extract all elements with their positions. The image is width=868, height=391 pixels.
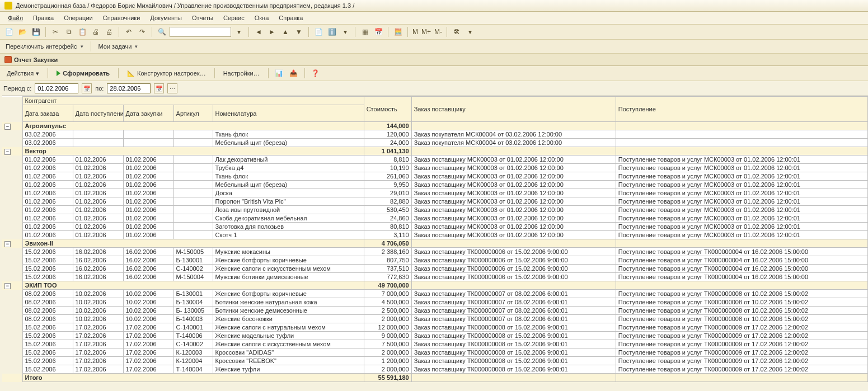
document-tab[interactable]: Отчет Закупки [0, 54, 868, 66]
period-to-input[interactable] [107, 83, 151, 93]
print-icon[interactable]: 🖨 [90, 26, 101, 37]
calendar-from-icon[interactable]: 📅 [82, 83, 92, 93]
memory-m-plus[interactable]: М+ [421, 26, 431, 37]
col-purchase-date[interactable]: Дата закупки [123, 105, 173, 122]
menu-file[interactable]: Файл [3, 13, 27, 22]
table-row[interactable]: 01.02.200601.02.200601.02.2006Скоба деко… [2, 214, 868, 223]
settings-constructor-button[interactable]: 📐 Конструктор настроек… [124, 69, 209, 78]
arrow-right-icon[interactable]: ► [266, 26, 278, 37]
table-row[interactable]: 03.02.2006Мебельный щит (береза)24,000За… [2, 139, 868, 147]
group-row[interactable]: −Агроимпульс144,000 [2, 122, 868, 130]
help-icon[interactable]: ❓ [310, 68, 321, 79]
col-order-date[interactable]: Дата заказа [22, 105, 73, 122]
search-icon[interactable]: 🔍 [156, 26, 167, 37]
table-row[interactable]: 01.02.200601.02.200601.02.2006Заготовка … [2, 223, 868, 231]
collapse-icon[interactable]: − [4, 283, 11, 289]
actions-button[interactable]: Действия▾ [3, 69, 43, 78]
collapse-icon[interactable]: − [4, 124, 11, 130]
table-row[interactable]: 15.02.200616.02.200616.02.2006М-150005Му… [2, 248, 868, 256]
col-kontragent[interactable]: Контрагент [22, 97, 364, 105]
calendar-to-icon[interactable]: 📅 [154, 83, 164, 93]
table-row[interactable]: 15.02.200617.02.200617.02.2006Т-140006Же… [2, 332, 868, 340]
period-from-input[interactable] [35, 83, 78, 93]
arrow-up-icon[interactable]: ▲ [280, 26, 291, 37]
switch-interface-button[interactable]: Переключить интерфейс▾ [3, 43, 86, 50]
col-supplier-order[interactable]: Заказ поставщику [411, 97, 616, 122]
chart-icon[interactable]: 📊 [274, 68, 285, 79]
table-row[interactable]: 01.02.200601.02.200601.02.2006Ткань флок… [2, 172, 868, 181]
search-input[interactable] [170, 27, 231, 37]
toolbar-separator [407, 27, 408, 37]
paste-icon[interactable]: 📋 [77, 26, 88, 37]
col-receipt[interactable]: Поступление [616, 97, 867, 122]
calendar-icon[interactable]: 📅 [373, 26, 384, 37]
group-row[interactable]: −Эвихон-II4 706,050 [2, 239, 868, 248]
table-row[interactable]: 15.02.200617.02.200617.02.2006С-140001Же… [2, 323, 868, 332]
my-tasks-button[interactable]: Мои задачи▾ [96, 43, 140, 50]
redo-icon[interactable]: ↷ [137, 26, 148, 37]
col-cost[interactable]: Стоимость [364, 97, 411, 122]
group-row[interactable]: −ЭКИП ТОО49 700,000 [2, 281, 868, 290]
collapse-icon[interactable]: − [4, 241, 11, 247]
toolbar-separator [447, 27, 447, 37]
open-icon[interactable]: 📂 [17, 26, 28, 37]
copy-icon[interactable]: ⧉ [63, 26, 74, 37]
generate-button[interactable]: Сформировать [53, 69, 113, 78]
toolbar-separator [48, 68, 48, 78]
menu-reports[interactable]: Отчеты [187, 13, 218, 22]
table-row[interactable]: 15.02.200617.02.200617.02.2006К-120004Кр… [2, 357, 868, 365]
calculator-icon[interactable]: 🧮 [392, 26, 403, 37]
menu-help[interactable]: Справка [274, 13, 307, 22]
print-preview-icon[interactable]: 🖨 [104, 26, 115, 37]
col-arrival-date[interactable]: Дата поступления [73, 105, 123, 122]
table-row[interactable]: 01.02.200601.02.200601.02.2006Лак декора… [2, 156, 868, 164]
table-row[interactable]: 15.02.200617.02.200617.02.2006К-120003Кр… [2, 348, 868, 357]
table-row[interactable]: 15.02.200617.02.200617.02.2006С-140002Же… [2, 340, 868, 348]
table-row[interactable]: 01.02.200601.02.200601.02.2006Лоза ивы п… [2, 206, 868, 214]
collapse-icon[interactable]: − [4, 149, 11, 155]
table-row[interactable]: 01.02.200601.02.200601.02.2006Доска29,01… [2, 189, 868, 197]
dropdown-icon[interactable]: ▾ [465, 26, 476, 37]
grid-icon[interactable]: ▦ [359, 26, 370, 37]
col-artikul[interactable]: Артикул [173, 105, 213, 122]
undo-icon[interactable]: ↶ [123, 26, 134, 37]
menu-service[interactable]: Сервис [219, 13, 249, 22]
memory-m[interactable]: М [412, 26, 419, 37]
menu-windows[interactable]: Окна [250, 13, 274, 22]
arrow-down-icon[interactable]: ▼ [293, 26, 304, 37]
settings-button[interactable]: Настройки… [220, 69, 263, 78]
toolbar-separator [119, 27, 119, 37]
new-icon[interactable]: 📄 [3, 26, 15, 37]
toolbar-separator [91, 41, 91, 51]
memory-m-minus[interactable]: М- [434, 26, 443, 37]
table-row[interactable]: 15.02.200616.02.200616.02.2006Б-130001Же… [2, 256, 868, 265]
table-row[interactable]: 01.02.200601.02.200601.02.2006Поропон "B… [2, 197, 868, 206]
group-row[interactable]: −Вектор1 041,130 [2, 147, 868, 156]
period-picker-icon[interactable]: ⋯ [167, 83, 177, 93]
search-dropdown-icon[interactable]: ▾ [233, 26, 245, 37]
table-row[interactable]: 15.02.200616.02.200616.02.2006С-140002Же… [2, 265, 868, 273]
table-row[interactable]: 08.02.200610.02.200610.02.2006Б- 130005Б… [2, 307, 868, 315]
export-icon[interactable]: 📤 [288, 68, 299, 79]
arrow-left-icon[interactable]: ◄ [253, 26, 264, 37]
table-row[interactable]: 01.02.200601.02.200601.02.2006Скотч 13,1… [2, 231, 868, 239]
menu-operations[interactable]: Операции [59, 13, 97, 22]
menu-catalogs[interactable]: Справочники [98, 13, 145, 22]
new-doc-icon[interactable]: 📄 [313, 26, 324, 37]
table-row[interactable]: 15.02.200616.02.200616.02.2006М-150004Му… [2, 273, 868, 281]
save-icon[interactable]: 💾 [30, 26, 41, 37]
menu-documents[interactable]: Документы [146, 13, 186, 22]
tools-icon[interactable]: 🛠 [451, 26, 462, 37]
dropdown-icon[interactable]: ▾ [340, 26, 351, 37]
menu-edit[interactable]: Правка [29, 13, 58, 22]
table-row[interactable]: 01.02.200601.02.200601.02.2006Трубка д41… [2, 164, 868, 172]
col-nomenklatura[interactable]: Номенклатура [213, 105, 364, 122]
cut-icon[interactable]: ✂ [50, 26, 61, 37]
table-row[interactable]: 15.02.200617.02.200617.02.2006Т-140004Же… [2, 365, 868, 374]
table-row[interactable]: 08.02.200610.02.200610.02.2006Б-130004Бо… [2, 298, 868, 307]
table-row[interactable]: 01.02.200601.02.200601.02.2006Мебельный … [2, 181, 868, 189]
table-row[interactable]: 08.02.200610.02.200610.02.2006Б-140003Же… [2, 315, 868, 323]
table-row[interactable]: 08.02.200610.02.200610.02.2006Б-130001Же… [2, 290, 868, 298]
info-icon[interactable]: ℹ️ [326, 26, 337, 37]
table-row[interactable]: 03.02.2006Ткань флок120,000Заказ покупат… [2, 130, 868, 139]
